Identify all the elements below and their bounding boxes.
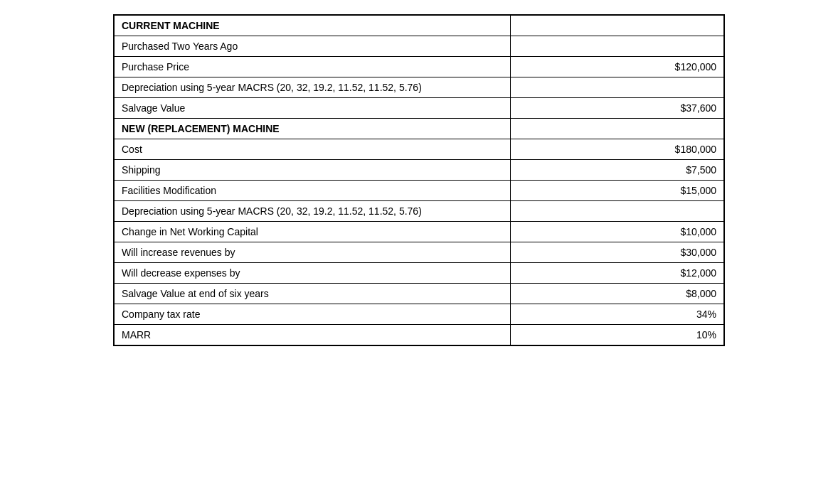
row-value: $7,500 <box>511 160 724 181</box>
table-row: Salvage Value $37,600 <box>115 98 724 119</box>
row-label: Cost <box>115 139 511 160</box>
row-label: MARR <box>115 325 511 345</box>
data-table: CURRENT MACHINE Purchased Two Years Ago … <box>114 15 724 345</box>
main-table-wrapper: CURRENT MACHINE Purchased Two Years Ago … <box>113 14 725 346</box>
row-label: Depreciation using 5-year MACRS (20, 32,… <box>115 201 511 222</box>
section-header-label: CURRENT MACHINE <box>115 16 511 36</box>
table-row: NEW (REPLACEMENT) MACHINE <box>115 119 724 139</box>
table-row: Cost $180,000 <box>115 139 724 160</box>
table-row: Salvage Value at end of six years $8,000 <box>115 284 724 304</box>
row-value: $37,600 <box>511 98 724 119</box>
row-label: Shipping <box>115 160 511 181</box>
table-row: Shipping $7,500 <box>115 160 724 181</box>
table-row: Depreciation using 5-year MACRS (20, 32,… <box>115 201 724 222</box>
row-value: $8,000 <box>511 284 724 304</box>
row-label: Depreciation using 5-year MACRS (20, 32,… <box>115 77 511 98</box>
row-value <box>511 201 724 222</box>
row-label: Will increase revenues by <box>115 242 511 263</box>
row-label: Purchased Two Years Ago <box>115 36 511 57</box>
row-label: Salvage Value <box>115 98 511 119</box>
row-label: Purchase Price <box>115 57 511 77</box>
row-value: $120,000 <box>511 57 724 77</box>
table-row: Purchase Price $120,000 <box>115 57 724 77</box>
row-value <box>511 36 724 57</box>
table-row: Purchased Two Years Ago <box>115 36 724 57</box>
table-row: Will increase revenues by $30,000 <box>115 242 724 263</box>
row-label: Salvage Value at end of six years <box>115 284 511 304</box>
row-label: Company tax rate <box>115 304 511 325</box>
table-row: MARR 10% <box>115 325 724 345</box>
row-value: $15,000 <box>511 181 724 201</box>
section-header-value <box>511 119 724 139</box>
row-value <box>511 77 724 98</box>
row-value: 34% <box>511 304 724 325</box>
row-label: Facilities Modification <box>115 181 511 201</box>
row-value: $30,000 <box>511 242 724 263</box>
row-value: 10% <box>511 325 724 345</box>
row-label: Will decrease expenses by <box>115 263 511 284</box>
row-label: Change in Net Working Capital <box>115 222 511 242</box>
table-row: CURRENT MACHINE <box>115 16 724 36</box>
section-header-label: NEW (REPLACEMENT) MACHINE <box>115 119 511 139</box>
row-value: $10,000 <box>511 222 724 242</box>
table-row: Facilities Modification $15,000 <box>115 181 724 201</box>
row-value: $12,000 <box>511 263 724 284</box>
table-row: Will decrease expenses by $12,000 <box>115 263 724 284</box>
table-row: Company tax rate 34% <box>115 304 724 325</box>
table-row: Depreciation using 5-year MACRS (20, 32,… <box>115 77 724 98</box>
table-row: Change in Net Working Capital $10,000 <box>115 222 724 242</box>
section-header-value <box>511 16 724 36</box>
row-value: $180,000 <box>511 139 724 160</box>
